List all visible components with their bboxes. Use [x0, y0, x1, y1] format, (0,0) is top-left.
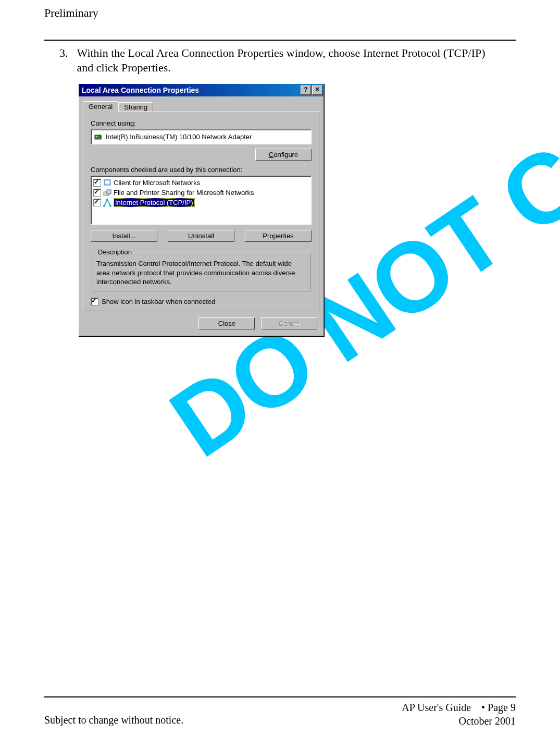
checkbox[interactable] — [93, 199, 101, 206]
install-button[interactable]: Install... — [91, 230, 157, 242]
bottom-rule — [44, 696, 516, 697]
list-item[interactable]: Internet Protocol (TCP/IP) — [93, 198, 309, 207]
list-item-label: File and Printer Sharing for Microsoft N… — [114, 189, 254, 197]
show-icon-label: Show icon in taskbar when connected — [102, 298, 215, 305]
svg-line-7 — [104, 200, 107, 206]
description-text: Transmission Control Protocol/Internet P… — [96, 259, 306, 287]
checkbox[interactable] — [93, 189, 101, 197]
connection-properties-dialog: Local Area Connection Properties General… — [78, 83, 324, 336]
svg-point-10 — [109, 205, 111, 207]
svg-line-8 — [107, 200, 110, 206]
close-button[interactable]: Close — [198, 317, 255, 329]
nic-icon — [94, 133, 103, 141]
footer-right: AP User's Guide • Page 9 October 2001 — [354, 701, 516, 728]
list-item[interactable]: File and Printer Sharing for Microsoft N… — [93, 188, 309, 198]
adapter-name: Intel(R) InBusiness(TM) 10/100 Network A… — [106, 133, 252, 141]
tab-strip: GeneralSharing — [79, 96, 323, 112]
step-text: Within the Local Area Connection Propert… — [77, 46, 494, 75]
header-status: Preliminary — [44, 6, 98, 20]
configure-button[interactable]: Configure — [255, 149, 312, 161]
footer-guide: AP User's Guide — [402, 702, 471, 713]
help-icon[interactable] — [301, 85, 311, 95]
tab-pane-general: Connect using: Intel(R) InBusiness(TM) 1… — [83, 112, 319, 311]
tab-sharing[interactable]: Sharing — [118, 102, 153, 112]
list-item[interactable]: Client for Microsoft Networks — [93, 178, 309, 188]
component-buttons: Install... Uninstall Properties — [91, 230, 312, 242]
show-icon-checkbox[interactable] — [91, 298, 98, 305]
dialog-title: Local Area Connection Properties — [82, 86, 300, 94]
close-icon[interactable] — [312, 85, 322, 95]
svg-point-9 — [103, 205, 105, 207]
top-rule — [44, 40, 516, 41]
step-block: 3. Within the Local Area Connection Prop… — [59, 46, 502, 75]
cancel-button: Cancel — [261, 317, 317, 329]
footer-notice: Subject to change without notice. — [44, 714, 183, 726]
titlebar: Local Area Connection Properties — [79, 84, 323, 96]
step-number: 3. — [59, 46, 74, 60]
list-item-label: Internet Protocol (TCP/IP) — [114, 198, 195, 207]
checkbox[interactable] — [93, 179, 101, 187]
description-group: Description Transmission Control Protoco… — [92, 248, 310, 291]
footer-date: October 2001 — [354, 714, 516, 728]
svg-rect-0 — [95, 135, 101, 139]
components-listbox[interactable]: Client for Microsoft Networks File and P… — [91, 176, 312, 225]
svg-rect-4 — [105, 181, 109, 183]
properties-button[interactable]: Properties — [245, 230, 312, 242]
connect-using-label: Connect using: — [91, 119, 312, 127]
svg-rect-2 — [101, 136, 102, 139]
service-icon — [103, 189, 111, 197]
components-section: Components checked are used by this conn… — [91, 166, 312, 305]
client-icon — [103, 179, 111, 187]
svg-rect-1 — [96, 136, 97, 137]
svg-point-11 — [106, 199, 108, 201]
adapter-field: Intel(R) InBusiness(TM) 10/100 Network A… — [91, 129, 312, 144]
tab-general[interactable]: General — [83, 101, 118, 112]
footer-page: • Page 9 — [481, 702, 516, 713]
list-item-label: Client for Microsoft Networks — [114, 179, 200, 187]
protocol-icon — [103, 199, 111, 207]
components-label: Components checked are used by this conn… — [91, 166, 312, 174]
svg-rect-6 — [107, 190, 111, 194]
dialog-buttons: Close Cancel — [79, 315, 323, 336]
show-icon-row: Show icon in taskbar when connected — [91, 298, 312, 305]
description-legend: Description — [96, 248, 133, 256]
uninstall-button[interactable]: Uninstall — [168, 230, 234, 242]
